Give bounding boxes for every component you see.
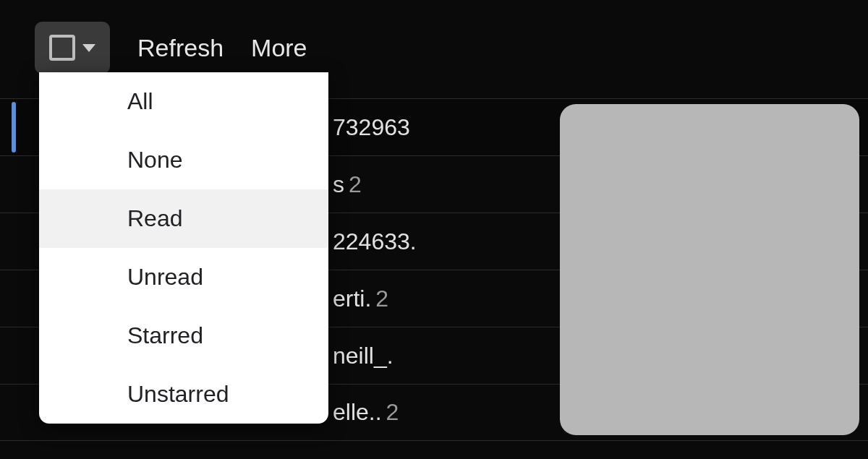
- message-count: 2: [375, 286, 388, 312]
- message-count: 2: [349, 171, 362, 198]
- message-text: 732963: [333, 114, 410, 141]
- preview-panel: [560, 104, 859, 435]
- menu-item-starred[interactable]: Starred: [39, 306, 328, 365]
- message-text: 224633.: [333, 228, 417, 255]
- menu-item-none[interactable]: None: [39, 131, 328, 189]
- message-count: 2: [386, 399, 399, 426]
- chevron-down-icon: [82, 44, 95, 52]
- checkbox-outline-icon: [49, 35, 75, 61]
- refresh-button[interactable]: Refresh: [137, 34, 224, 62]
- message-text: s: [333, 171, 344, 198]
- menu-item-unstarred[interactable]: Unstarred: [39, 365, 328, 424]
- message-text: elle..: [333, 399, 382, 426]
- menu-item-read[interactable]: Read: [39, 189, 328, 248]
- menu-item-unread[interactable]: Unread: [39, 248, 328, 306]
- message-text: neill_.: [333, 343, 393, 369]
- select-dropdown-button[interactable]: [35, 22, 110, 74]
- select-dropdown-menu: All None Read Unread Starred Unstarred: [39, 72, 328, 424]
- more-button[interactable]: More: [251, 34, 307, 62]
- message-text: erti.: [333, 286, 371, 312]
- menu-item-all[interactable]: All: [39, 72, 328, 131]
